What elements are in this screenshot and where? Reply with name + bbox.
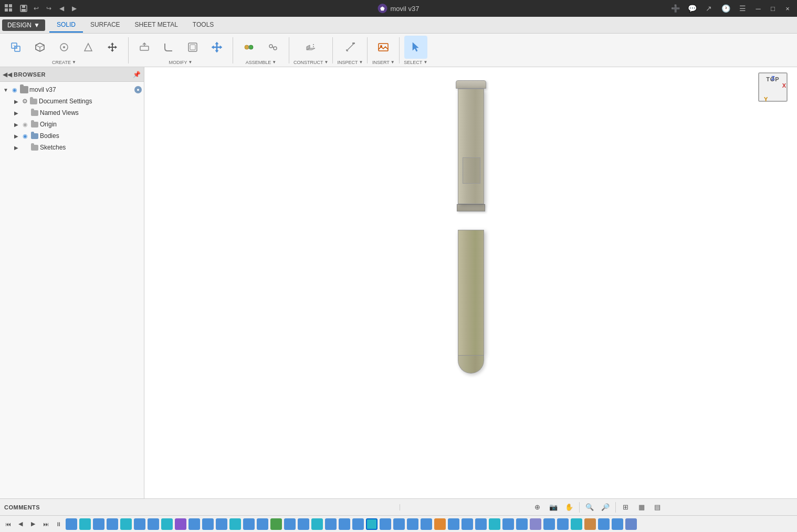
tl-icon-40[interactable]: [598, 518, 610, 530]
maximize-button[interactable]: □: [768, 3, 778, 14]
browser-collapse-button[interactable]: ◀◀: [3, 70, 12, 79]
tl-icon-9[interactable]: [175, 518, 186, 530]
tl-icon-34[interactable]: [516, 518, 528, 530]
tl-icon-33[interactable]: [502, 518, 514, 530]
tl-icon-32[interactable]: [489, 518, 500, 530]
tree-item-origin[interactable]: ▶ ◉ Origin: [0, 119, 144, 130]
sketch-button[interactable]: [53, 36, 76, 59]
tl-icon-26[interactable]: [407, 518, 418, 530]
tl-icon-24[interactable]: [380, 518, 391, 530]
tl-icon-1[interactable]: [66, 518, 77, 530]
tree-item-named-views[interactable]: ▶ Named Views: [0, 107, 144, 119]
tree-item-sketches[interactable]: ▶ Sketches: [0, 142, 144, 153]
save-button[interactable]: [18, 3, 29, 14]
named-views-arrow[interactable]: ▶: [13, 109, 20, 116]
tl-icon-12[interactable]: [216, 518, 227, 530]
tl-icon-10[interactable]: [188, 518, 200, 530]
tl-icon-30[interactable]: [462, 518, 473, 530]
shell-button[interactable]: [181, 36, 204, 59]
timeline-begin-button[interactable]: ⏮: [2, 518, 14, 530]
tl-icon-8[interactable]: [161, 518, 173, 530]
root-collapse-arrow[interactable]: ▼: [2, 86, 9, 93]
tab-tools[interactable]: TOOLS: [185, 18, 221, 33]
tl-icon-28[interactable]: [434, 518, 446, 530]
timeline-prev-button[interactable]: ◀: [15, 518, 26, 530]
bodies-arrow[interactable]: ▶: [13, 132, 20, 140]
undo-button[interactable]: ↩: [30, 3, 42, 14]
minimize-button[interactable]: ─: [753, 3, 763, 14]
tl-icon-29[interactable]: [448, 518, 459, 530]
timeline-end-button[interactable]: ⏭: [40, 518, 51, 530]
plane-button[interactable]: [299, 36, 322, 59]
tl-icon-4[interactable]: [107, 518, 118, 530]
close-button[interactable]: ×: [782, 3, 793, 14]
tl-icon-36[interactable]: [543, 518, 555, 530]
tl-icon-25[interactable]: [393, 518, 405, 530]
tl-icon-22[interactable]: [352, 518, 364, 530]
move-tool-button[interactable]: [101, 36, 124, 59]
view-button[interactable]: ▦: [635, 501, 648, 514]
press-pull-button[interactable]: [133, 36, 156, 59]
origin-arrow[interactable]: ▶: [13, 121, 20, 128]
tl-icon-41[interactable]: [612, 518, 623, 530]
motion-link-button[interactable]: [261, 36, 285, 59]
camera-button[interactable]: 📷: [547, 501, 560, 514]
tl-icon-37[interactable]: [557, 518, 569, 530]
list-view-button[interactable]: ▤: [651, 501, 664, 514]
forward-button[interactable]: ▶: [68, 3, 80, 14]
timeline-pause-button[interactable]: ⏸: [53, 518, 64, 530]
tab-solid[interactable]: SOLID: [49, 18, 83, 33]
select-button[interactable]: [404, 36, 427, 59]
back-button[interactable]: ◀: [56, 3, 67, 14]
new-component-button[interactable]: [4, 36, 27, 59]
view-cube[interactable]: TOP X Y Z: [758, 72, 788, 102]
tl-icon-39[interactable]: [584, 518, 596, 530]
fillet-button[interactable]: [157, 36, 180, 59]
insert-photo-button[interactable]: [372, 36, 395, 59]
tl-icon-13[interactable]: [229, 518, 241, 530]
form-button[interactable]: [77, 36, 100, 59]
tab-surface[interactable]: SURFACE: [83, 18, 128, 33]
measure-button[interactable]: [339, 36, 362, 59]
tl-icon-2[interactable]: [79, 518, 91, 530]
chat-button[interactable]: 💬: [686, 2, 698, 15]
tl-icon-5[interactable]: [120, 518, 132, 530]
tl-icon-38[interactable]: [571, 518, 582, 530]
tree-item-bodies[interactable]: ▶ ◉ Bodies: [0, 130, 144, 142]
tl-icon-15[interactable]: [257, 518, 268, 530]
tl-icon-31[interactable]: [475, 518, 487, 530]
timeline-play-button[interactable]: ▶: [27, 518, 39, 530]
tl-icon-16[interactable]: [270, 518, 282, 530]
tl-icon-27[interactable]: [421, 518, 432, 530]
tl-icon-20[interactable]: [325, 518, 337, 530]
joint-button[interactable]: [237, 36, 260, 59]
app-grid-icon[interactable]: [4, 4, 14, 13]
tl-icon-14[interactable]: [243, 518, 255, 530]
pan-button[interactable]: ✋: [562, 501, 576, 514]
share-button[interactable]: ↗: [702, 2, 715, 15]
tl-icon-42[interactable]: [625, 518, 637, 530]
box-button[interactable]: [28, 36, 51, 59]
design-dropdown[interactable]: DESIGN ▼: [2, 19, 45, 31]
origin-visibility-icon[interactable]: ◉: [21, 120, 29, 129]
redo-button[interactable]: ↪: [43, 3, 55, 14]
zoom-in-button[interactable]: 🔍: [583, 501, 596, 514]
viewport[interactable]: TOP X Y Z: [144, 67, 797, 498]
menu-button[interactable]: ☰: [736, 2, 749, 15]
tl-icon-35[interactable]: [530, 518, 541, 530]
tl-icon-21[interactable]: [339, 518, 350, 530]
tab-sheet-metal[interactable]: SHEET METAL: [128, 18, 185, 33]
tl-icon-7[interactable]: [148, 518, 159, 530]
tl-icon-3[interactable]: [93, 518, 104, 530]
tl-icon-6[interactable]: [134, 518, 145, 530]
tl-icon-11[interactable]: [202, 518, 214, 530]
tl-icon-19[interactable]: [311, 518, 323, 530]
tl-icon-18[interactable]: [298, 518, 309, 530]
tl-icon-23[interactable]: [366, 518, 377, 530]
snap-button[interactable]: ⊕: [531, 501, 544, 514]
tree-item-root[interactable]: ▼ ◉ movil v37 ●: [0, 84, 144, 95]
history-button[interactable]: 🕐: [719, 2, 732, 15]
tree-item-document-settings[interactable]: ▶ ⚙ Document Settings: [0, 95, 144, 107]
sketches-arrow[interactable]: ▶: [13, 144, 20, 151]
zoom-out-button[interactable]: 🔎: [599, 501, 612, 514]
